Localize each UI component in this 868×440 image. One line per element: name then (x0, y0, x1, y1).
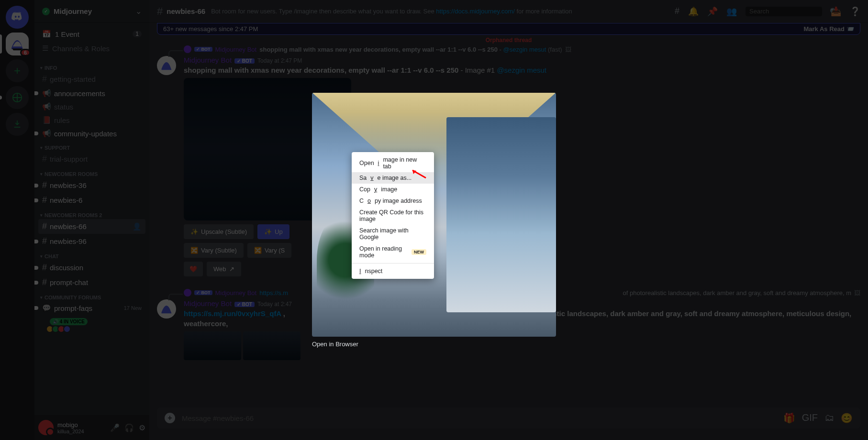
ctx-create-qr[interactable]: Create QR Code for this image (352, 207, 434, 225)
separator (352, 263, 434, 264)
enlarged-image[interactable] (312, 93, 556, 337)
ctx-inspect[interactable]: Inspect (352, 265, 434, 277)
open-in-browser-link[interactable]: Open in Browser (312, 341, 556, 348)
ctx-search-google[interactable]: Search image with Google (352, 225, 434, 243)
ctx-open-new-tab[interactable]: Open image in new tab (352, 154, 434, 172)
ctx-reading-mode[interactable]: Open in reading modeNEW (352, 243, 434, 261)
ctx-save-image-as[interactable]: Save image as... (352, 172, 434, 184)
context-menu: Open image in new tab Save image as... C… (352, 152, 434, 279)
ctx-copy-image-address[interactable]: Copy image address (352, 195, 434, 207)
ctx-copy-image[interactable]: Copy image (352, 184, 434, 195)
new-badge: NEW (412, 249, 426, 255)
image-viewer-overlay[interactable]: Open in Browser (0, 0, 868, 440)
